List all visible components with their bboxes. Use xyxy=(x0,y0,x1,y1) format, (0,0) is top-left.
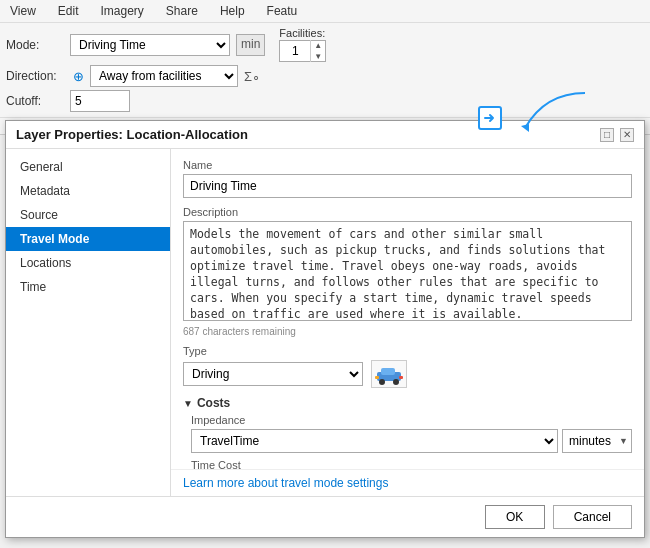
arrow-indicator xyxy=(478,106,502,130)
costs-content: Impedance TravelTime minutes ▼ Time Cost xyxy=(183,414,632,469)
menu-imagery[interactable]: Imagery xyxy=(96,2,147,20)
time-cost-label: Time Cost xyxy=(191,459,632,469)
impedance-unit: minutes xyxy=(569,434,611,448)
cancel-button[interactable]: Cancel xyxy=(553,505,632,529)
learn-more-link[interactable]: Learn more about travel mode settings xyxy=(171,469,644,496)
spinner-arrows: ▲ ▼ xyxy=(310,40,325,62)
dialog-footer: OK Cancel xyxy=(6,496,644,537)
facilities-input[interactable]: 1 xyxy=(280,44,310,58)
direction-label: Direction: xyxy=(6,69,64,83)
spinner-down[interactable]: ▼ xyxy=(311,51,325,62)
impedance-row: TravelTime minutes ▼ xyxy=(191,429,632,453)
dialog-title-controls: □ ✕ xyxy=(600,128,634,142)
facilities-label: Facilities: xyxy=(279,27,325,39)
mode-label: Mode: xyxy=(6,38,64,52)
name-input[interactable] xyxy=(183,174,632,198)
costs-chevron[interactable]: ▼ xyxy=(183,398,193,409)
dialog-body: General Metadata Source Travel Mode Loca… xyxy=(6,149,644,496)
mode-select[interactable]: Driving Time xyxy=(70,34,230,56)
char-remaining: 687 characters remaining xyxy=(183,326,632,337)
direction-extra-icon: Σ∘ xyxy=(244,69,260,84)
dialog-titlebar: Layer Properties: Location-Allocation □ … xyxy=(6,121,644,149)
sidebar-item-metadata[interactable]: Metadata xyxy=(6,179,170,203)
dialog-main: Name Description Models the movement of … xyxy=(171,149,644,469)
description-label: Description xyxy=(183,206,632,218)
svg-rect-6 xyxy=(399,376,403,379)
dialog-close-button[interactable]: ✕ xyxy=(620,128,634,142)
facilities-spinner: 1 ▲ ▼ xyxy=(279,40,326,62)
sidebar-item-time[interactable]: Time xyxy=(6,275,170,299)
menu-edit[interactable]: Edit xyxy=(54,2,83,20)
cutoff-label: Cutoff: xyxy=(6,94,64,108)
cutoff-input[interactable]: 5 xyxy=(70,90,130,112)
direction-select[interactable]: Away from facilities xyxy=(90,65,238,87)
sidebar-item-general[interactable]: General xyxy=(6,155,170,179)
description-textarea[interactable]: Models the movement of cars and other si… xyxy=(183,221,632,321)
toolbar: Mode: Driving Time min Facilities: 1 ▲ ▼ xyxy=(0,23,650,135)
costs-section-header: ▼ Costs xyxy=(183,396,632,410)
type-icon xyxy=(371,360,407,388)
layer-properties-dialog: Layer Properties: Location-Allocation □ … xyxy=(5,120,645,538)
sidebar-item-locations[interactable]: Locations xyxy=(6,251,170,275)
mode-unit: min xyxy=(236,34,265,56)
dialog-minimize-button[interactable]: □ xyxy=(600,128,614,142)
dialog-sidebar: General Metadata Source Travel Mode Loca… xyxy=(6,149,171,496)
menu-features[interactable]: Featu xyxy=(263,2,302,20)
direction-row: ⊕ Away from facilities Σ∘ xyxy=(70,65,260,87)
name-label: Name xyxy=(183,159,632,171)
impedance-unit-arrow: ▼ xyxy=(619,436,628,446)
type-select[interactable]: Driving xyxy=(183,362,363,386)
svg-rect-5 xyxy=(375,376,379,379)
costs-label: Costs xyxy=(197,396,230,410)
direction-icon: ⊕ xyxy=(70,68,86,84)
menu-help[interactable]: Help xyxy=(216,2,249,20)
app-window: View Edit Imagery Share Help Featu Mode:… xyxy=(0,0,650,548)
impedance-select[interactable]: TravelTime xyxy=(191,429,558,453)
menu-view[interactable]: View xyxy=(6,2,40,20)
svg-point-3 xyxy=(379,379,385,385)
svg-rect-2 xyxy=(381,368,395,375)
svg-point-4 xyxy=(393,379,399,385)
impedance-label: Impedance xyxy=(191,414,632,426)
menu-bar: View Edit Imagery Share Help Featu xyxy=(0,0,650,23)
type-row: Driving xyxy=(183,360,632,388)
sidebar-item-source[interactable]: Source xyxy=(6,203,170,227)
dialog-title: Layer Properties: Location-Allocation xyxy=(16,127,248,142)
spinner-up[interactable]: ▲ xyxy=(311,40,325,51)
type-label: Type xyxy=(183,345,632,357)
sidebar-item-travel-mode[interactable]: Travel Mode xyxy=(6,227,170,251)
menu-share[interactable]: Share xyxy=(162,2,202,20)
ok-button[interactable]: OK xyxy=(485,505,545,529)
